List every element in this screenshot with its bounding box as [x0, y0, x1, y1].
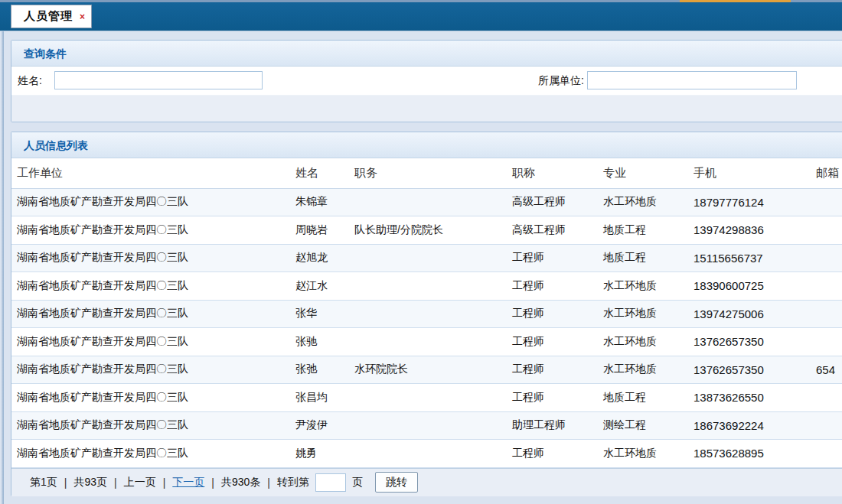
- tab-bar: 人员管理 ×: [0, 2, 842, 31]
- table-header-row: 工作单位姓名职务职称专业手机邮箱: [11, 158, 842, 188]
- cell-email: [811, 328, 842, 356]
- cell-phone: 13762657350: [688, 328, 811, 356]
- cell-unit: 湖南省地质矿产勘查开发局四〇三队: [11, 384, 290, 412]
- cell-position: [349, 272, 507, 301]
- cell-email: [811, 188, 842, 216]
- cell-unit: 湖南省地质矿产勘查开发局四〇三队: [11, 328, 290, 356]
- cell-phone: 18673692224: [688, 411, 811, 440]
- unit-input[interactable]: [587, 71, 797, 89]
- cell-title: 工程师: [507, 244, 598, 272]
- cell-specialty: 水工环地质: [598, 272, 688, 301]
- column-header: 姓名: [290, 158, 349, 188]
- pagination-separator: |: [114, 476, 117, 489]
- tab-close-icon[interactable]: ×: [80, 12, 85, 21]
- cell-name: 周晓岩: [290, 216, 349, 245]
- cell-title: 助理工程师: [507, 411, 598, 440]
- table-header: 工作单位姓名职务职称专业手机邮箱: [11, 158, 842, 188]
- tab-personnel-management[interactable]: 人员管理 ×: [11, 5, 92, 28]
- cell-title: 工程师: [507, 356, 598, 384]
- cell-unit: 湖南省地质矿产勘查开发局四〇三队: [11, 300, 290, 328]
- query-conditions-panel: 查询条件 姓名: 所属单位:: [11, 40, 842, 122]
- next-page-link[interactable]: 下一页: [172, 476, 204, 489]
- cell-position: [349, 384, 507, 412]
- cell-name: 赵江水: [290, 272, 349, 301]
- table-row[interactable]: 湖南省地质矿产勘查开发局四〇三队张昌均工程师地质工程13873626550: [11, 384, 842, 412]
- window-left-border: [2, 31, 4, 504]
- table-row[interactable]: 湖南省地质矿产勘查开发局四〇三队尹浚伊助理工程师测绘工程18673692224: [11, 411, 842, 440]
- cell-name: 赵旭龙: [290, 244, 349, 272]
- query-form-row: 姓名: 所属单位:: [11, 67, 842, 95]
- table-row[interactable]: 湖南省地质矿产勘查开发局四〇三队张华工程师水工环地质13974275006: [11, 300, 842, 328]
- cell-phone: 13762657350: [688, 356, 811, 384]
- table-row[interactable]: 湖南省地质矿产勘查开发局四〇三队朱锦章高级工程师水工环地质18797776124: [11, 188, 842, 216]
- cell-unit: 湖南省地质矿产勘查开发局四〇三队: [11, 356, 290, 384]
- unit-field-label: 所属单位:: [529, 67, 584, 95]
- cell-phone: 15115656737: [688, 244, 811, 272]
- cell-title: 工程师: [507, 300, 598, 328]
- cell-title: 高级工程师: [507, 216, 598, 245]
- main-content: 查询条件 姓名: 所属单位: 人员信息列表 工作单位姓名职务职称专业手机邮箱 湖…: [11, 40, 842, 496]
- cell-title: 高级工程师: [507, 188, 598, 216]
- cell-position: [349, 411, 507, 440]
- cell-name: 张华: [290, 300, 349, 328]
- pagination-separator: |: [64, 476, 67, 489]
- cell-name: 张弛: [290, 356, 349, 384]
- cell-position: [349, 440, 507, 468]
- cell-phone: 13873626550: [688, 384, 811, 412]
- column-header: 专业: [598, 158, 688, 188]
- jump-button[interactable]: 跳转: [375, 472, 418, 493]
- cell-name: 张驰: [290, 328, 349, 356]
- cell-specialty: 测绘工程: [598, 411, 688, 440]
- cell-title: 工程师: [507, 328, 598, 356]
- cell-phone: 18573628895: [688, 440, 811, 468]
- cell-specialty: 水工环地质: [598, 300, 688, 328]
- goto-page-suffix: 页: [352, 476, 363, 489]
- personnel-table: 工作单位姓名职务职称专业手机邮箱 湖南省地质矿产勘查开发局四〇三队朱锦章高级工程…: [11, 158, 842, 468]
- cell-email: [811, 440, 842, 468]
- table-body: 湖南省地质矿产勘查开发局四〇三队朱锦章高级工程师水工环地质18797776124…: [11, 188, 842, 467]
- table-row[interactable]: 湖南省地质矿产勘查开发局四〇三队姚勇工程师水工环地质18573628895: [11, 440, 842, 468]
- current-page-label: 第1页: [30, 476, 57, 489]
- cell-position: [349, 300, 507, 328]
- cell-unit: 湖南省地质矿产勘查开发局四〇三队: [11, 272, 290, 301]
- cell-position: [349, 328, 507, 356]
- pagination-separator: |: [211, 476, 214, 489]
- table-row[interactable]: 湖南省地质矿产勘查开发局四〇三队张驰工程师水工环地质13762657350: [11, 328, 842, 356]
- table-row[interactable]: 湖南省地质矿产勘查开发局四〇三队赵旭龙工程师地质工程15115656737: [11, 244, 842, 272]
- cell-position: 队长助理/分院院长: [349, 216, 507, 245]
- cell-email: [811, 384, 842, 412]
- goto-page-prefix: 转到第: [277, 476, 309, 489]
- list-panel-title: 人员信息列表: [11, 132, 842, 158]
- cell-specialty: 地质工程: [598, 216, 688, 245]
- cell-unit: 湖南省地质矿产勘查开发局四〇三队: [11, 188, 290, 216]
- name-field-label: 姓名:: [18, 67, 42, 95]
- table-row[interactable]: 湖南省地质矿产勘查开发局四〇三队张弛水环院院长工程师水工环地质137626573…: [11, 356, 842, 384]
- cell-unit: 湖南省地质矿产勘查开发局四〇三队: [11, 244, 290, 272]
- cell-position: [349, 188, 507, 216]
- pagination-separator: |: [267, 476, 270, 489]
- column-header: 职务: [349, 158, 507, 188]
- tab-label: 人员管理: [24, 9, 73, 24]
- name-input[interactable]: [54, 71, 263, 89]
- cell-specialty: 水工环地质: [598, 440, 688, 468]
- cell-specialty: 水工环地质: [598, 328, 688, 356]
- total-pages-label: 共93页: [73, 476, 107, 489]
- cell-position: 水环院院长: [349, 356, 507, 384]
- column-header: 职称: [507, 158, 598, 188]
- cell-title: 工程师: [507, 440, 598, 468]
- column-header: 邮箱: [811, 158, 842, 188]
- table-row[interactable]: 湖南省地质矿产勘查开发局四〇三队周晓岩队长助理/分院院长高级工程师地质工程139…: [11, 216, 842, 245]
- cell-specialty: 地质工程: [598, 384, 688, 412]
- pagination-separator: |: [163, 476, 166, 489]
- personnel-list-panel: 人员信息列表 工作单位姓名职务职称专业手机邮箱 湖南省地质矿产勘查开发局四〇三队…: [11, 132, 842, 496]
- cell-email: [811, 411, 842, 440]
- prev-page-button[interactable]: 上一页: [124, 476, 156, 489]
- cell-position: [349, 244, 507, 272]
- table-row[interactable]: 湖南省地质矿产勘查开发局四〇三队赵江水工程师水工环地质18390600725: [11, 272, 842, 301]
- cell-unit: 湖南省地质矿产勘查开发局四〇三队: [11, 411, 290, 440]
- cell-specialty: 地质工程: [598, 244, 688, 272]
- pagination-bar: 第1页 | 共93页 | 上一页 | 下一页 | 共930条 | 转到第 页 跳…: [11, 468, 842, 496]
- goto-page-input[interactable]: [315, 473, 346, 492]
- column-header: 手机: [688, 158, 811, 188]
- query-panel-footer: [11, 95, 842, 122]
